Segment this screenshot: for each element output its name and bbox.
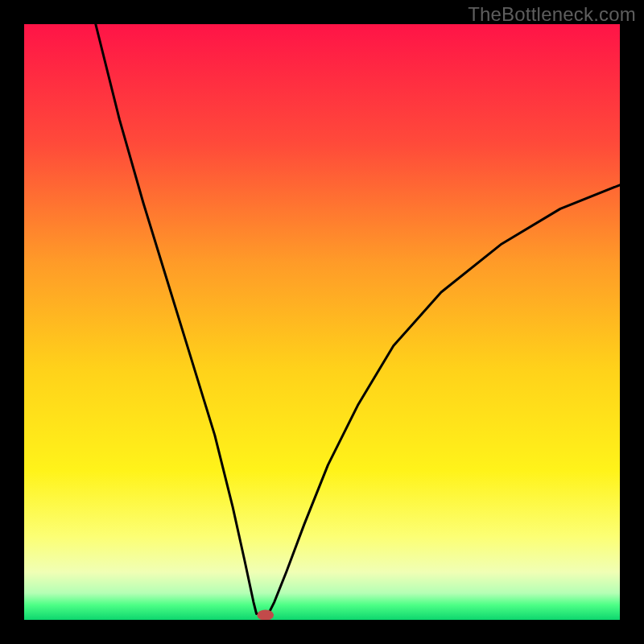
watermark-text: TheBottleneck.com: [468, 3, 636, 26]
plot-area: [24, 24, 620, 620]
chart-container: TheBottleneck.com: [0, 0, 644, 644]
bottleneck-chart: [24, 24, 620, 620]
gradient-background: [24, 24, 620, 620]
